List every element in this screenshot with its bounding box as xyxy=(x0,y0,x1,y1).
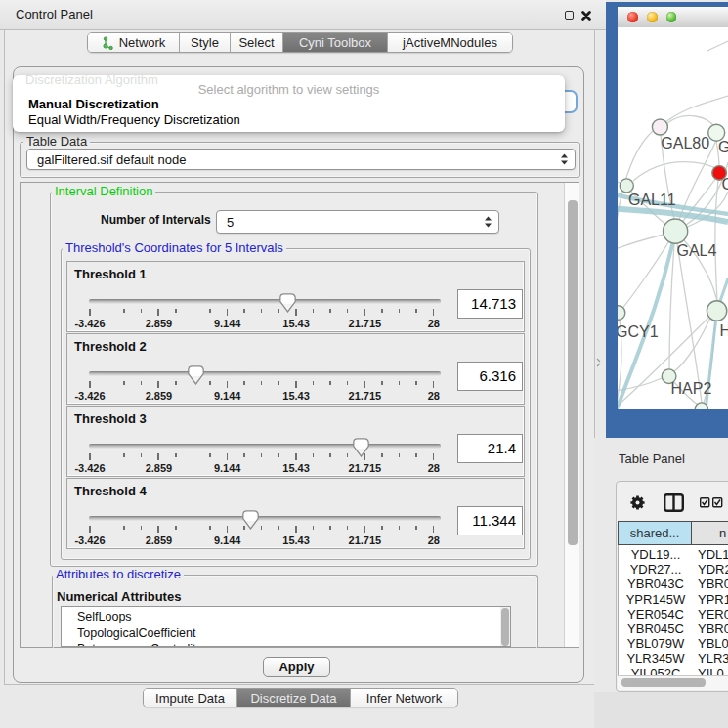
svg-text:H: H xyxy=(720,322,728,339)
svg-text:HAP2: HAP2 xyxy=(671,380,712,397)
svg-text:GAL4: GAL4 xyxy=(677,242,717,259)
svg-text:GAL11: GAL11 xyxy=(628,192,676,208)
svg-text:GCY1: GCY1 xyxy=(618,323,659,340)
svg-text:GAL80: GAL80 xyxy=(661,135,709,151)
svg-text:GA: GA xyxy=(718,139,728,155)
svg-text:C: C xyxy=(722,176,728,193)
